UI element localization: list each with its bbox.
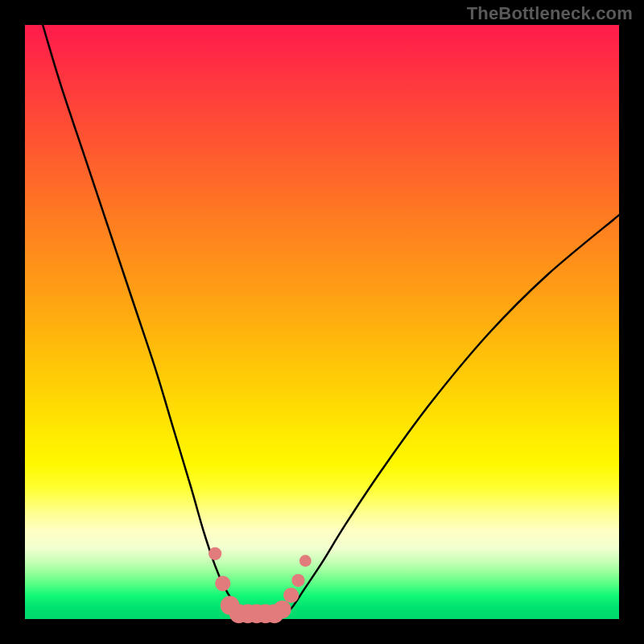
- marker-dot: [273, 601, 291, 618]
- series-right-curve: [280, 215, 619, 619]
- plot-area: [25, 25, 619, 619]
- curve-layer: [25, 25, 619, 619]
- marker-dots: [208, 547, 312, 623]
- bottleneck-curve: [43, 25, 619, 619]
- marker-dot: [215, 576, 230, 591]
- marker-dot: [291, 574, 304, 587]
- chart-frame: TheBottleneck.com: [0, 0, 644, 644]
- marker-dot: [283, 588, 299, 603]
- series-left-curve: [43, 25, 250, 619]
- marker-dot: [299, 555, 312, 567]
- watermark-text: TheBottleneck.com: [467, 3, 633, 24]
- marker-dot: [208, 547, 221, 560]
